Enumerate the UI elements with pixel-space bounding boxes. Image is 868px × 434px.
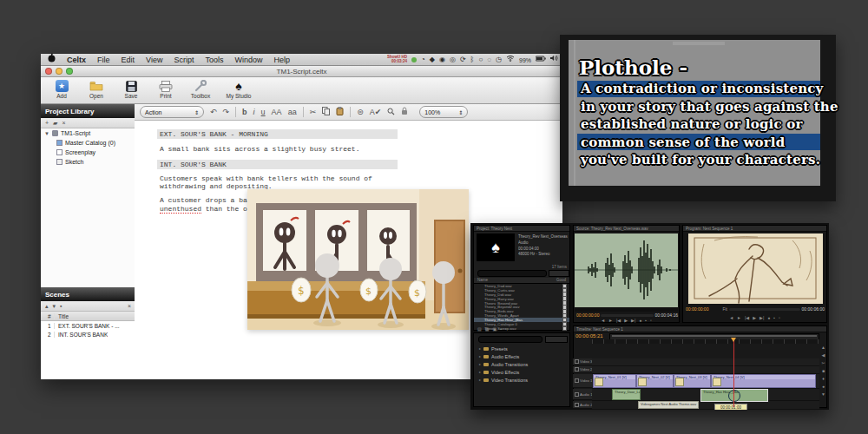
- dropbox-icon[interactable]: ◆: [430, 54, 435, 66]
- tree-item-sketch[interactable]: Sketch: [41, 157, 135, 167]
- step-fwd-icon[interactable]: ▶|: [631, 318, 635, 323]
- pen-tool-icon[interactable]: ♦: [822, 376, 825, 381]
- bin-audio-effects[interactable]: ▸Audio Effects: [474, 352, 569, 360]
- action-line-5[interactable]: unenthused than the oth: [160, 205, 255, 213]
- audio-clip-1[interactable]: Theory_Door_Lamp.wav: [612, 389, 641, 400]
- step-fwd-icon[interactable]: ▶|: [760, 315, 764, 320]
- track-toggle-icon[interactable]: [575, 359, 579, 364]
- step-back-icon[interactable]: |◀: [745, 315, 749, 320]
- project-filter-dropdown[interactable]: [549, 270, 569, 277]
- program-zoom-scrollbar[interactable]: [729, 308, 800, 311]
- redo-icon[interactable]: ↷: [223, 108, 230, 116]
- out-point-icon[interactable]: ►: [737, 315, 741, 320]
- bin-icon[interactable]: ▣: [492, 326, 496, 332]
- cut-icon[interactable]: ✂: [310, 108, 317, 116]
- ripple-tool-icon[interactable]: ◀: [822, 352, 825, 358]
- disclosure-triangle-icon[interactable]: ▼: [44, 131, 49, 136]
- menu-tools[interactable]: Tools: [205, 54, 223, 66]
- out-point-icon[interactable]: ►: [608, 318, 613, 323]
- effects-filter-dropdown[interactable]: [545, 336, 568, 343]
- video-clip-3[interactable]: Theory_Next_03 [V]: [674, 374, 711, 388]
- apple-menu-icon[interactable]: [48, 53, 56, 67]
- action-line-2[interactable]: Customers speak with bank tellers with t…: [160, 174, 372, 182]
- source-zoom-scrollbar[interactable]: [601, 314, 653, 317]
- italic-button[interactable]: i: [253, 108, 255, 116]
- sync-icon[interactable]: ⟳: [460, 54, 466, 66]
- library-remove-icon[interactable]: ×: [62, 120, 65, 126]
- list-view-icon[interactable]: ▤: [477, 326, 482, 332]
- play-icon[interactable]: ▶: [624, 318, 628, 323]
- menu-window[interactable]: Window: [234, 54, 262, 66]
- track-header-video3[interactable]: Video 3: [573, 358, 592, 365]
- my-studio-button[interactable]: ♠ My Studio: [220, 79, 258, 99]
- scene-add-icon[interactable]: ▪: [60, 303, 62, 309]
- timeline-timecode[interactable]: 00:00:05:21: [575, 333, 603, 339]
- extract-icon[interactable]: ▫: [779, 315, 780, 320]
- video3-lane[interactable]: [592, 358, 819, 366]
- hand-tool-icon[interactable]: ●: [822, 384, 825, 389]
- audio-waveform-display[interactable]: [575, 233, 678, 307]
- menu-edit[interactable]: Edit: [122, 54, 135, 66]
- disclosure-triangle-icon[interactable]: ▸: [479, 370, 481, 374]
- uppercase-button[interactable]: AA: [272, 108, 282, 116]
- razor-tool-icon[interactable]: ✂: [821, 360, 825, 365]
- scene-row-2[interactable]: 2 INT. SOUR'S BANK: [41, 330, 135, 339]
- print-button[interactable]: Print: [150, 79, 181, 99]
- save-button[interactable]: Save: [115, 79, 147, 99]
- track-toggle-icon[interactable]: [575, 403, 579, 407]
- menu-celtx[interactable]: Celtx: [67, 54, 86, 66]
- zoom-dropdown[interactable]: 100% ⇕: [419, 106, 468, 118]
- lowercase-button[interactable]: aa: [288, 108, 297, 116]
- lift-icon[interactable]: ▪: [773, 315, 775, 320]
- slip-tool-icon[interactable]: ■: [822, 368, 825, 373]
- disclosure-triangle-icon[interactable]: ▸: [479, 346, 481, 351]
- disclosure-triangle-icon[interactable]: ▸: [479, 362, 481, 366]
- delete-icon[interactable]: ▫: [505, 326, 507, 332]
- bin-video-transitions[interactable]: ▸Video Transitions: [474, 376, 569, 384]
- copy-icon[interactable]: [322, 107, 330, 117]
- keyframe-selection-circle[interactable]: [728, 390, 740, 402]
- open-button[interactable]: Open: [81, 79, 112, 99]
- track-toggle-icon[interactable]: [575, 392, 579, 397]
- chat-icon[interactable]: ◌: [487, 54, 491, 66]
- audio-clip-2[interactable]: Videogames Next Audio Theme.wav: [638, 401, 699, 409]
- volume-icon[interactable]: [550, 54, 559, 66]
- track-header-video1[interactable]: Video 1: [573, 374, 592, 388]
- program-video-display[interactable]: [688, 233, 823, 304]
- scene-heading-2[interactable]: INT. SOUR'S BANK: [157, 160, 398, 169]
- in-point-icon[interactable]: ◄: [729, 315, 733, 320]
- bin-video-effects[interactable]: ▸Video Effects: [474, 368, 569, 376]
- bin-audio-transitions[interactable]: ▸Audio Transitions: [474, 360, 569, 368]
- menu-view[interactable]: View: [146, 54, 162, 66]
- status-icon-1[interactable]: ◉: [439, 54, 445, 66]
- scenes-close-icon[interactable]: ×: [128, 303, 131, 309]
- track-header-audio2[interactable]: Audio 2: [573, 401, 592, 409]
- track-toggle-icon[interactable]: [575, 367, 579, 372]
- zoom-tool-icon[interactable]: ▼: [821, 391, 825, 397]
- video-clip-2[interactable]: Theory_Next_02 [V]: [636, 374, 674, 388]
- action-line-4[interactable]: A customer drops a bag: [160, 196, 252, 204]
- play-icon[interactable]: ▶: [753, 315, 756, 320]
- effects-search-input[interactable]: [478, 336, 542, 343]
- source-monitor-tab[interactable]: Source: Theory_Rev Next_Overseas.wav: [574, 226, 679, 232]
- bluetooth-icon[interactable]: ᛒ: [470, 54, 475, 66]
- action-line-1[interactable]: A small bank sits across a slightly busy…: [160, 145, 359, 153]
- new-item-icon[interactable]: ▪: [500, 326, 502, 332]
- in-point-icon[interactable]: ◄: [601, 318, 605, 323]
- battery-icon[interactable]: [536, 54, 546, 66]
- undo-icon[interactable]: ↶: [210, 108, 217, 116]
- timeline-ruler[interactable]: [592, 339, 819, 344]
- name-column-header[interactable]: Name: [477, 278, 488, 283]
- track-header-audio1[interactable]: Audio 1: [573, 389, 592, 400]
- playhead[interactable]: [733, 339, 734, 407]
- spotlight-icon[interactable]: ○: [478, 54, 483, 66]
- library-add-icon[interactable]: +: [45, 120, 49, 126]
- library-folder-icon[interactable]: ▰: [53, 120, 57, 127]
- timemachine-icon[interactable]: ◷: [496, 54, 502, 66]
- overwrite-icon[interactable]: ▫: [650, 318, 652, 323]
- wifi-icon[interactable]: [506, 54, 515, 66]
- selection-tool-icon[interactable]: ▲: [821, 345, 825, 350]
- scene-row-1[interactable]: 1 EXT. SOUR'S BANK - ...: [41, 321, 135, 330]
- track-toggle-icon[interactable]: [575, 378, 579, 383]
- video-clip-1[interactable]: Theory_Next_01 [V]: [593, 374, 636, 388]
